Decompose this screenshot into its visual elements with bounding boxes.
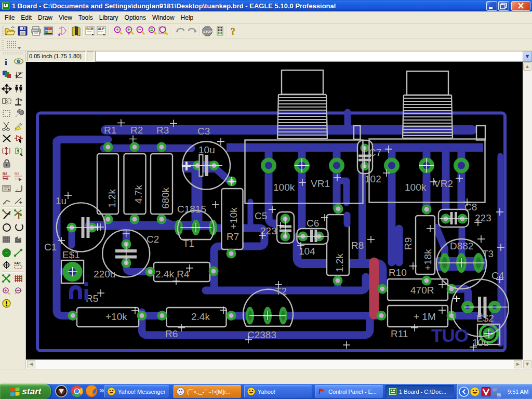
svg-text:1.2k: 1.2k [107,189,117,208]
svg-text:2.4k: 2.4k [191,311,210,322]
svg-text:R11: R11 [391,328,408,339]
svg-text:R2: R2 [3,172,7,176]
svg-text:R2: R2 [15,172,19,176]
svg-text:C2: C2 [147,234,159,245]
svg-text:E$2: E$2 [476,313,494,324]
svg-text:?: ? [231,26,235,37]
svg-text:D882: D882 [450,241,473,251]
svg-text:1u: 1u [56,195,66,206]
svg-text:10u: 10u [198,144,215,155]
svg-text:>AT: >AT [14,261,21,265]
svg-text:223: 223 [475,212,491,223]
svg-text:T1: T1 [183,238,194,249]
svg-text:90°: 90° [18,72,23,75]
svg-text:R2: R2 [130,125,143,136]
svg-text:C6: C6 [307,218,319,229]
svg-text:ULP: ULP [98,27,105,31]
svg-text:10k: 10k [3,177,9,181]
svg-text:VR2: VR2 [434,178,453,189]
svg-text:T: T [16,211,22,221]
svg-text:104: 104 [299,246,315,257]
svg-text:R6: R6 [165,328,178,339]
svg-text:T2: T2 [275,286,287,297]
svg-text:R3: R3 [156,125,169,136]
svg-text:2.4k R4: 2.4k R4 [155,269,190,280]
svg-text:+ 1M: + 1M [414,311,436,322]
svg-text:C5: C5 [255,210,267,221]
svg-text:+18k: +18k [422,249,433,271]
svg-text:100k: 100k [273,182,295,193]
svg-text:TUO: TUO [431,325,468,345]
svg-text:VR1: VR1 [311,178,330,189]
svg-text:T3: T3 [482,248,494,259]
svg-text:C3: C3 [197,126,210,137]
svg-text:4.7k: 4.7k [133,185,144,204]
svg-text:220u: 220u [94,269,115,280]
svg-text:102: 102 [365,174,381,184]
svg-text:R1: R1 [104,125,116,136]
svg-text:STOP: STOP [204,30,212,33]
svg-text:i: i [5,57,7,67]
svg-text:R7: R7 [227,231,239,242]
svg-text:+10k: +10k [228,207,239,229]
svg-text:R10: R10 [389,267,407,278]
svg-text:680k: 680k [160,187,171,209]
svg-text:C2383: C2383 [247,329,276,340]
svg-text:10u: 10u [472,337,489,348]
svg-text:E$1: E$1 [62,249,80,260]
svg-text:C8: C8 [464,202,477,212]
svg-text:223: 223 [260,225,277,236]
svg-text:1.2k: 1.2k [334,254,345,272]
svg-text:SCR: SCR [86,27,94,31]
svg-text:+10k: +10k [105,311,127,322]
svg-text:470R: 470R [410,285,434,296]
svg-text:C7: C7 [369,147,381,158]
svg-text:R8: R8 [351,240,364,251]
svg-text:R9: R9 [403,237,414,250]
svg-text:C1: C1 [44,242,57,252]
svg-text:100k: 100k [405,182,427,193]
svg-text:C1815: C1815 [177,204,206,215]
